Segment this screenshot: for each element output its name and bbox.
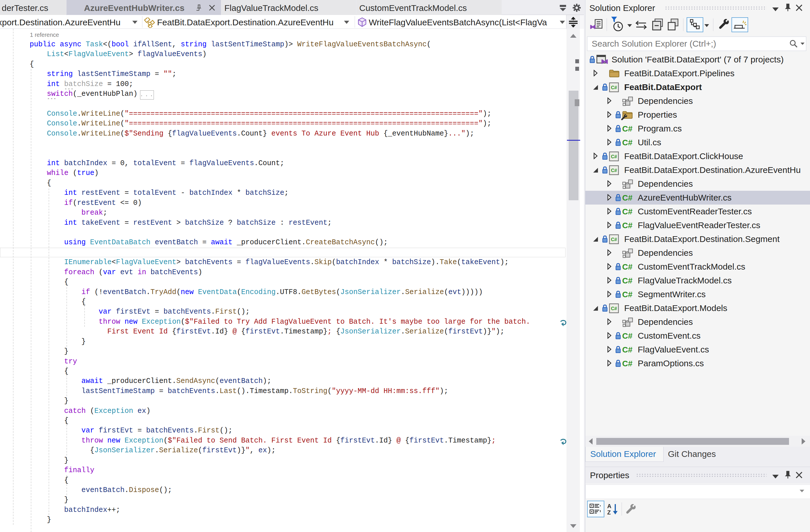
svg-text:Z: Z	[607, 509, 611, 516]
svg-text:A: A	[607, 503, 611, 509]
